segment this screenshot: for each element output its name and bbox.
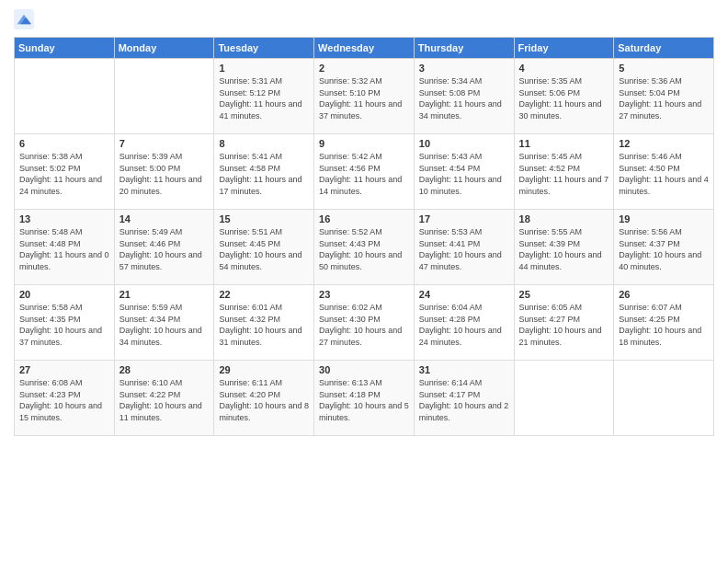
day-info: Sunrise: 6:11 AM Sunset: 4:20 PM Dayligh… [219, 378, 309, 422]
day-cell [514, 361, 614, 436]
day-info: Sunrise: 6:01 AM Sunset: 4:32 PM Dayligh… [219, 303, 301, 347]
weekday-header-monday: Monday [114, 38, 214, 59]
day-cell: 18Sunrise: 5:55 AM Sunset: 4:39 PM Dayli… [514, 210, 614, 285]
day-info: Sunrise: 6:14 AM Sunset: 4:17 PM Dayligh… [419, 378, 509, 422]
week-row-5: 27Sunrise: 6:08 AM Sunset: 4:23 PM Dayli… [15, 361, 714, 436]
day-number: 11 [519, 138, 609, 149]
day-cell: 12Sunrise: 5:46 AM Sunset: 4:50 PM Dayli… [614, 134, 714, 210]
header [14, 9, 714, 29]
day-info: Sunrise: 6:02 AM Sunset: 4:30 PM Dayligh… [319, 303, 402, 347]
day-number: 18 [519, 213, 609, 224]
day-cell: 11Sunrise: 5:45 AM Sunset: 4:52 PM Dayli… [514, 134, 614, 210]
day-number: 17 [419, 213, 509, 224]
weekday-header-wednesday: Wednesday [314, 38, 415, 59]
day-info: Sunrise: 5:52 AM Sunset: 4:43 PM Dayligh… [319, 227, 402, 271]
day-cell [15, 59, 115, 134]
day-number: 16 [319, 213, 409, 224]
calendar-body: 1Sunrise: 5:31 AM Sunset: 5:12 PM Daylig… [15, 59, 714, 436]
day-cell: 22Sunrise: 6:01 AM Sunset: 4:32 PM Dayli… [214, 285, 314, 361]
day-info: Sunrise: 6:07 AM Sunset: 4:25 PM Dayligh… [619, 303, 701, 347]
day-info: Sunrise: 6:13 AM Sunset: 4:18 PM Dayligh… [319, 378, 409, 422]
day-cell: 10Sunrise: 5:43 AM Sunset: 4:54 PM Dayli… [414, 134, 514, 210]
weekday-header-thursday: Thursday [414, 38, 514, 59]
day-info: Sunrise: 5:39 AM Sunset: 5:00 PM Dayligh… [119, 152, 202, 196]
day-info: Sunrise: 6:05 AM Sunset: 4:27 PM Dayligh… [519, 303, 602, 347]
weekday-row: SundayMondayTuesdayWednesdayThursdayFrid… [15, 38, 714, 59]
weekday-header-tuesday: Tuesday [214, 38, 314, 59]
day-number: 5 [619, 63, 709, 74]
day-number: 20 [19, 289, 109, 300]
day-cell: 28Sunrise: 6:10 AM Sunset: 4:22 PM Dayli… [114, 361, 214, 436]
page: SundayMondayTuesdayWednesdayThursdayFrid… [0, 0, 728, 563]
week-row-3: 13Sunrise: 5:48 AM Sunset: 4:48 PM Dayli… [15, 210, 714, 285]
day-info: Sunrise: 5:35 AM Sunset: 5:06 PM Dayligh… [519, 76, 602, 121]
day-cell: 31Sunrise: 6:14 AM Sunset: 4:17 PM Dayli… [414, 361, 514, 436]
day-cell: 5Sunrise: 5:36 AM Sunset: 5:04 PM Daylig… [614, 59, 714, 134]
day-cell: 24Sunrise: 6:04 AM Sunset: 4:28 PM Dayli… [414, 285, 514, 361]
day-number: 9 [319, 138, 409, 149]
day-info: Sunrise: 5:42 AM Sunset: 4:56 PM Dayligh… [319, 152, 402, 196]
day-cell: 29Sunrise: 6:11 AM Sunset: 4:20 PM Dayli… [214, 361, 314, 436]
day-cell: 23Sunrise: 6:02 AM Sunset: 4:30 PM Dayli… [314, 285, 415, 361]
day-cell: 19Sunrise: 5:56 AM Sunset: 4:37 PM Dayli… [614, 210, 714, 285]
day-info: Sunrise: 5:36 AM Sunset: 5:04 PM Dayligh… [619, 76, 701, 121]
week-row-1: 1Sunrise: 5:31 AM Sunset: 5:12 PM Daylig… [15, 59, 714, 134]
day-cell: 4Sunrise: 5:35 AM Sunset: 5:06 PM Daylig… [514, 59, 614, 134]
day-number: 10 [419, 138, 509, 149]
day-cell: 2Sunrise: 5:32 AM Sunset: 5:10 PM Daylig… [314, 59, 415, 134]
logo-icon [14, 9, 34, 29]
day-info: Sunrise: 5:46 AM Sunset: 4:50 PM Dayligh… [619, 152, 709, 196]
day-number: 12 [619, 138, 709, 149]
day-info: Sunrise: 5:51 AM Sunset: 4:45 PM Dayligh… [219, 227, 301, 271]
day-cell: 7Sunrise: 5:39 AM Sunset: 5:00 PM Daylig… [114, 134, 214, 210]
day-info: Sunrise: 5:55 AM Sunset: 4:39 PM Dayligh… [519, 227, 602, 271]
day-number: 1 [219, 63, 309, 74]
day-cell: 17Sunrise: 5:53 AM Sunset: 4:41 PM Dayli… [414, 210, 514, 285]
weekday-header-sunday: Sunday [15, 38, 115, 59]
day-number: 27 [19, 364, 109, 375]
calendar-header: SundayMondayTuesdayWednesdayThursdayFrid… [15, 38, 714, 59]
day-info: Sunrise: 5:34 AM Sunset: 5:08 PM Dayligh… [419, 76, 502, 121]
day-cell: 26Sunrise: 6:07 AM Sunset: 4:25 PM Dayli… [614, 285, 714, 361]
day-cell: 13Sunrise: 5:48 AM Sunset: 4:48 PM Dayli… [15, 210, 115, 285]
day-info: Sunrise: 5:43 AM Sunset: 4:54 PM Dayligh… [419, 152, 502, 196]
day-info: Sunrise: 6:08 AM Sunset: 4:23 PM Dayligh… [19, 378, 102, 422]
day-number: 3 [419, 63, 509, 74]
day-cell [614, 361, 714, 436]
day-number: 6 [19, 138, 109, 149]
day-info: Sunrise: 5:58 AM Sunset: 4:35 PM Dayligh… [19, 303, 102, 347]
day-number: 25 [519, 289, 609, 300]
day-info: Sunrise: 5:48 AM Sunset: 4:48 PM Dayligh… [19, 227, 109, 271]
day-info: Sunrise: 5:53 AM Sunset: 4:41 PM Dayligh… [419, 227, 502, 271]
weekday-header-friday: Friday [514, 38, 614, 59]
day-info: Sunrise: 5:32 AM Sunset: 5:10 PM Dayligh… [319, 76, 402, 121]
day-number: 21 [119, 289, 210, 300]
day-info: Sunrise: 5:49 AM Sunset: 4:46 PM Dayligh… [119, 227, 202, 271]
logo [14, 9, 38, 29]
day-number: 14 [119, 213, 210, 224]
day-cell: 27Sunrise: 6:08 AM Sunset: 4:23 PM Dayli… [15, 361, 115, 436]
day-info: Sunrise: 5:59 AM Sunset: 4:34 PM Dayligh… [119, 303, 202, 347]
day-info: Sunrise: 6:10 AM Sunset: 4:22 PM Dayligh… [119, 378, 202, 422]
day-info: Sunrise: 5:45 AM Sunset: 4:52 PM Dayligh… [519, 152, 609, 196]
week-row-4: 20Sunrise: 5:58 AM Sunset: 4:35 PM Dayli… [15, 285, 714, 361]
day-info: Sunrise: 6:04 AM Sunset: 4:28 PM Dayligh… [419, 303, 502, 347]
weekday-header-saturday: Saturday [614, 38, 714, 59]
day-number: 2 [319, 63, 409, 74]
day-number: 24 [419, 289, 509, 300]
day-number: 26 [619, 289, 709, 300]
day-number: 13 [19, 213, 109, 224]
day-number: 30 [319, 364, 409, 375]
day-cell: 21Sunrise: 5:59 AM Sunset: 4:34 PM Dayli… [114, 285, 214, 361]
calendar-table: SundayMondayTuesdayWednesdayThursdayFrid… [14, 37, 714, 436]
day-cell: 9Sunrise: 5:42 AM Sunset: 4:56 PM Daylig… [314, 134, 415, 210]
day-number: 22 [219, 289, 309, 300]
day-number: 19 [619, 213, 709, 224]
day-cell: 20Sunrise: 5:58 AM Sunset: 4:35 PM Dayli… [15, 285, 115, 361]
day-cell: 3Sunrise: 5:34 AM Sunset: 5:08 PM Daylig… [414, 59, 514, 134]
day-cell: 1Sunrise: 5:31 AM Sunset: 5:12 PM Daylig… [214, 59, 314, 134]
day-number: 15 [219, 213, 309, 224]
day-number: 7 [119, 138, 210, 149]
day-number: 29 [219, 364, 309, 375]
day-cell: 16Sunrise: 5:52 AM Sunset: 4:43 PM Dayli… [314, 210, 415, 285]
